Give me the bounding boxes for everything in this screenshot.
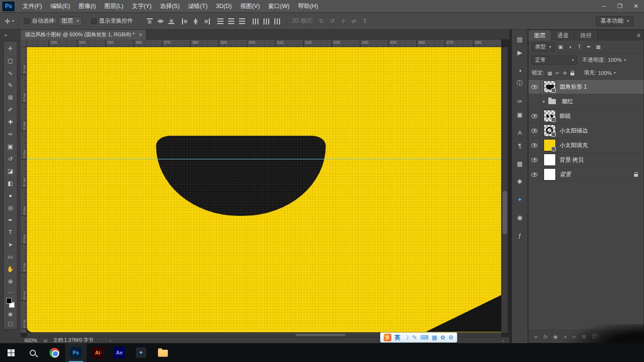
layer-row-6[interactable]: 背景 xyxy=(528,167,644,182)
healing-brush-tool[interactable]: ✚ xyxy=(4,116,17,128)
restore-button[interactable]: ❐ xyxy=(612,0,628,12)
ime-toolbar[interactable]: S 英 ☽✎⌨▦✿⚙ xyxy=(380,332,457,343)
zoom-level-field[interactable]: 600% xyxy=(25,337,37,343)
quick-selection-tool[interactable]: ✎ xyxy=(4,79,17,91)
align-vertical-centers-icon[interactable] xyxy=(156,16,165,26)
crop-tool[interactable]: ⊞ xyxy=(4,91,17,104)
minimize-button[interactable]: ─ xyxy=(596,0,612,12)
filter-smart-objects-icon[interactable]: ▦ xyxy=(594,42,603,51)
menu-item-6[interactable]: 滤镜(T) xyxy=(184,0,212,13)
lock-position-icon[interactable]: ✛ xyxy=(561,69,569,77)
menu-item-8[interactable]: 视图(V) xyxy=(236,0,264,13)
lasso-tool[interactable]: ∿ xyxy=(4,67,17,79)
filter-type-layers-icon[interactable]: T xyxy=(575,42,584,51)
skin-icon[interactable]: ✿ xyxy=(440,334,445,341)
align-left-edges-icon[interactable] xyxy=(180,16,190,26)
move-tool[interactable]: ✛ xyxy=(4,42,17,55)
panel-menu-icon[interactable]: ≡ xyxy=(637,30,644,41)
menu-item-5[interactable]: 选择(S) xyxy=(156,0,184,13)
foreground-color-chip[interactable] xyxy=(6,298,12,304)
emoji-grid-icon[interactable]: ▦ xyxy=(432,334,437,341)
blend-mode-dropdown[interactable]: 正常 ▾ xyxy=(532,56,577,65)
visibility-toggle[interactable] xyxy=(528,94,541,109)
app-taskbar-icon[interactable]: ✦ xyxy=(130,343,152,362)
tab-layers[interactable]: 图层 xyxy=(528,30,552,41)
layer-thumbnail[interactable] xyxy=(544,124,556,137)
align-top-edges-icon[interactable] xyxy=(145,16,155,26)
distribute-left-edges-icon[interactable] xyxy=(251,16,261,26)
file-explorer-icon[interactable] xyxy=(152,343,173,362)
history-panel-icon[interactable]: ▤ xyxy=(512,33,528,46)
start-button[interactable] xyxy=(0,343,22,362)
filter-shape-layers-icon[interactable]: ✒ xyxy=(584,42,594,51)
lock-transparency-icon[interactable]: ▦ xyxy=(546,69,553,77)
night-mode-icon[interactable]: ☽ xyxy=(404,334,409,341)
distribute-right-edges-icon[interactable] xyxy=(272,16,282,26)
handwriting-icon[interactable]: ✎ xyxy=(412,334,417,341)
effects-panel-icon[interactable]: ƒ xyxy=(512,229,528,242)
workspace-switcher-button[interactable]: 基本功能 ▾ xyxy=(596,16,634,26)
layer-style-icon[interactable]: fx xyxy=(544,334,548,339)
menu-item-4[interactable]: 文字(Y) xyxy=(128,0,156,13)
layer-row-0[interactable]: 圆角矩形 1 xyxy=(528,80,644,94)
shape-tool[interactable]: ▭ xyxy=(4,251,17,263)
brush-tool[interactable]: ✑ xyxy=(4,128,17,140)
canvas[interactable] xyxy=(27,47,501,332)
auto-select-target-dropdown[interactable]: 图层 ▾ xyxy=(58,16,82,26)
photoshop-taskbar-icon[interactable]: Ps xyxy=(65,343,87,362)
soft-keyboard-icon[interactable]: ⌨ xyxy=(420,334,428,341)
auto-select-checkbox[interactable] xyxy=(24,18,30,24)
distribute-bottom-edges-icon[interactable] xyxy=(237,16,247,26)
show-transform-checkbox[interactable] xyxy=(91,18,97,24)
document-tab[interactable]: 描边风格小图标 @ 600% (圆角矩形 1, RGB/8) * × xyxy=(21,30,147,40)
visibility-toggle[interactable] xyxy=(528,153,541,167)
align-horizontal-centers-icon[interactable] xyxy=(191,16,201,26)
adjustments-panel-icon[interactable]: ◑ xyxy=(512,64,528,77)
distribute-top-edges-icon[interactable] xyxy=(215,16,225,26)
history-brush-tool[interactable]: ↺ xyxy=(4,153,17,165)
align-right-edges-icon[interactable] xyxy=(202,16,212,26)
distribute-horizontal-centers-icon[interactable] xyxy=(262,16,272,26)
after-effects-taskbar-icon[interactable]: Ae xyxy=(108,343,130,362)
dodge-tool[interactable]: ◎ xyxy=(4,202,17,214)
add-mask-icon[interactable]: ◉ xyxy=(553,334,558,340)
search-button[interactable] xyxy=(22,343,43,362)
delete-layer-icon[interactable]: ⌦ xyxy=(592,334,599,340)
filter-type-dropdown[interactable]: 类型 ▾ xyxy=(532,42,554,51)
eyedropper-tool[interactable]: ✐ xyxy=(4,104,17,116)
brush-panel-icon[interactable]: ✑ xyxy=(512,95,528,108)
status-options-arrow[interactable]: › xyxy=(109,337,111,343)
collapse-panels-button[interactable]: » xyxy=(4,32,7,38)
layer-row-2[interactable]: 眼睛 xyxy=(528,109,644,123)
clone-source-panel-icon[interactable]: ▣ xyxy=(512,108,528,121)
visibility-toggle[interactable] xyxy=(528,123,541,138)
eraser-tool[interactable]: ◪ xyxy=(4,165,17,177)
visibility-toggle[interactable] xyxy=(528,138,541,153)
menu-item-9[interactable]: 窗口(W) xyxy=(264,0,294,13)
layer-row-3[interactable]: 小太阳描边 xyxy=(528,123,644,138)
canvas-viewport[interactable] xyxy=(27,47,501,333)
paragraph-panel-icon[interactable]: ¶ xyxy=(512,139,528,152)
screen-mode-button[interactable]: ▢ xyxy=(4,319,17,328)
menu-item-2[interactable]: 图像(I) xyxy=(74,0,100,13)
distribute-vertical-centers-icon[interactable] xyxy=(226,16,236,26)
align-bottom-edges-icon[interactable] xyxy=(166,16,176,26)
zoom-tool[interactable]: ⊕ xyxy=(4,275,17,288)
masks-panel-icon[interactable]: ◉ xyxy=(512,211,528,224)
layer-row-1[interactable]: ▸腮红 xyxy=(528,94,644,109)
tab-close-button[interactable]: × xyxy=(139,32,142,38)
filter-adjustment-layers-icon[interactable]: ◑ xyxy=(565,42,575,51)
menu-item-3[interactable]: 图层(L) xyxy=(100,0,127,13)
quick-mask-button[interactable]: ◉ xyxy=(4,309,17,319)
new-group-icon[interactable]: ▱ xyxy=(572,334,576,340)
menu-item-1[interactable]: 编辑(E) xyxy=(46,0,74,13)
actions-panel-icon[interactable]: ▶ xyxy=(512,46,528,59)
fill-value[interactable]: 100% xyxy=(598,70,611,76)
tab-paths[interactable]: 路径 xyxy=(575,30,598,41)
vertical-scrollbar[interactable] xyxy=(501,47,508,333)
layer-row-5[interactable]: 背景 拷贝 xyxy=(528,153,644,167)
horizontal-scrollbar-thumb[interactable] xyxy=(296,334,346,336)
layer-thumbnail[interactable] xyxy=(544,154,556,166)
lock-pixels-icon[interactable]: ✑ xyxy=(553,69,561,77)
vertical-scrollbar-thumb[interactable] xyxy=(503,191,507,234)
